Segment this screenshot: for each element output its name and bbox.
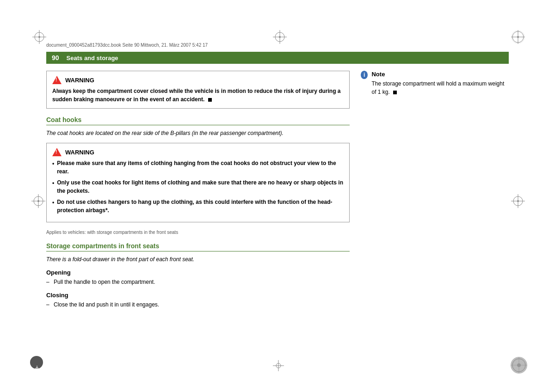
warning-header-1: WARNING [52, 76, 344, 84]
warning-box-1: WARNING Always keep the compartment cove… [46, 71, 350, 109]
crosshair-right-mid [511, 194, 525, 209]
crosshair-top-right [511, 30, 525, 45]
svg-point-16 [37, 200, 39, 202]
coat-hooks-heading: Coat hooks [46, 116, 350, 125]
page-number: 90 [52, 54, 59, 61]
bullet-dot-1: • [52, 159, 54, 176]
warning-bullet-1: • Please make sure that any items of clo… [52, 159, 344, 176]
coat-hooks-intro: The coat hooks are located on the rear s… [46, 129, 350, 137]
page-title: Seats and storage [67, 55, 118, 61]
bullet-dot-3: • [52, 198, 54, 214]
note-title: Note [371, 71, 509, 78]
end-mark-1 [208, 98, 212, 102]
storage-intro: There is a fold-out drawer in the front … [46, 255, 350, 263]
warning-bullet-3-text: Do not use clothes hangers to hang up th… [57, 198, 344, 214]
warning-title-2: WARNING [65, 149, 94, 156]
note-content: Note The storage compartment will hold a… [371, 71, 509, 96]
content-area: WARNING Always keep the compartment cove… [46, 67, 509, 350]
bullet-dot-2: • [52, 179, 54, 195]
page-header: 90 Seats and storage [46, 52, 509, 64]
warning-bullets-2: • Please make sure that any items of clo… [52, 159, 344, 214]
end-mark-note [393, 91, 397, 94]
warning-text-1: Always keep the compartment cover closed… [52, 87, 344, 104]
storage-heading: Storage compartments in front seats [46, 242, 350, 251]
warning-icon-1 [52, 76, 62, 84]
circle-bottom-right [510, 356, 528, 374]
warning-header-2: WARNING [52, 148, 344, 156]
crosshair-left-mid [31, 194, 45, 209]
file-info: document_0900452a81793dcc.book Seite 90 … [46, 41, 509, 49]
warning-title-1: WARNING [65, 77, 94, 84]
warning-bullet-2: • Only use the coat hooks for light item… [52, 178, 344, 195]
svg-point-20 [517, 200, 519, 202]
crosshair-bottom-left [34, 366, 40, 374]
info-icon: i [361, 71, 368, 79]
crosshair-top-left [32, 30, 46, 45]
left-column: WARNING Always keep the compartment cove… [46, 67, 350, 350]
svg-point-7 [279, 36, 281, 38]
closing-subheading: Closing [46, 292, 350, 299]
opening-subheading: Opening [46, 269, 350, 276]
opening-instruction: Pull the handle to open the compartment. [46, 278, 350, 286]
closing-instruction: Close the lid and push it in until it en… [46, 300, 350, 309]
right-column: i Note The storage compartment will hold… [361, 67, 509, 350]
svg-point-11 [517, 36, 519, 38]
warning-bullet-3: • Do not use clothes hangers to hang up … [52, 198, 344, 214]
warning-icon-2 [52, 148, 62, 156]
applies-to-text: Applies to vehicles: with storage compar… [46, 230, 350, 235]
svg-point-3 [38, 36, 40, 38]
note-text: The storage compartment will hold a maxi… [371, 80, 509, 96]
note-box: i Note The storage compartment will hold… [361, 71, 509, 96]
warning-box-2: WARNING • Please make sure that any item… [46, 143, 350, 222]
crosshair-bottom-center [273, 360, 284, 373]
